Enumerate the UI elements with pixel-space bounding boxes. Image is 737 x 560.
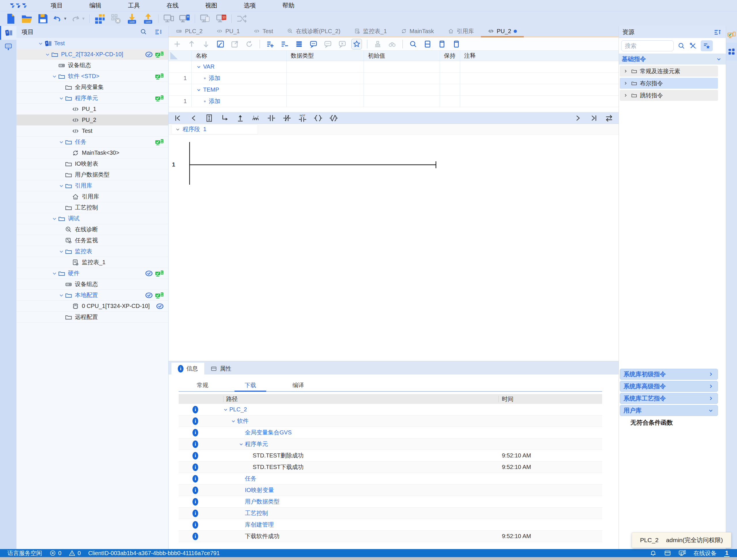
tree-item-debug[interactable]: 调试 xyxy=(16,213,168,224)
chevron-down-icon[interactable] xyxy=(58,248,65,255)
coil-negated-icon[interactable] xyxy=(329,114,338,122)
menu-tools[interactable]: 工具 xyxy=(115,1,153,10)
menu-project[interactable]: 项目 xyxy=(37,1,76,10)
ladder-editor[interactable]: 程序段 1 1 xyxy=(169,124,619,361)
stop-simulation-icon[interactable]: 10 xyxy=(215,13,227,24)
delete-row-icon[interactable] xyxy=(281,40,289,48)
chevron-down-icon[interactable] xyxy=(51,73,58,80)
tree-item-hardware[interactable]: 硬件 xyxy=(16,268,168,279)
tree-item-maintask[interactable]: MainTask<30> xyxy=(16,147,168,158)
undo-icon[interactable] xyxy=(53,13,62,24)
tree-item-software[interactable]: 软件 <STD> xyxy=(16,71,168,82)
tree-item-task-monitor[interactable]: 任务监视 xyxy=(16,235,168,246)
coil-w-icon[interactable] xyxy=(252,114,260,122)
comment-icon[interactable] xyxy=(309,40,318,48)
resource-grid-button[interactable] xyxy=(726,43,737,60)
tree-item-io-map[interactable]: IO映射表 xyxy=(16,158,168,169)
chevron-down-icon[interactable] xyxy=(58,182,65,189)
window-icon[interactable] xyxy=(664,550,671,557)
chevron-down-icon[interactable] xyxy=(44,51,51,58)
chevron-right-icon[interactable] xyxy=(623,80,628,86)
log-row[interactable]: i 任务 xyxy=(179,473,602,485)
tree-item-local-config[interactable]: 本地配置 xyxy=(16,290,168,301)
chevron-down-icon[interactable] xyxy=(196,87,202,93)
column-retain[interactable]: 保持 xyxy=(440,51,460,61)
column-name[interactable]: 名称 xyxy=(192,51,287,61)
menu-edit[interactable]: 编辑 xyxy=(76,1,115,10)
monitor-offline-icon[interactable] xyxy=(162,13,175,24)
log-path[interactable]: 全局变量集合GVS xyxy=(245,429,292,436)
split-horizontal-icon[interactable] xyxy=(424,40,432,48)
log-row[interactable]: i 软件 xyxy=(179,415,602,427)
log-row[interactable]: i 库创建管理 xyxy=(179,519,602,531)
online-device-icon[interactable] xyxy=(679,549,686,557)
move-up-icon[interactable] xyxy=(188,40,196,48)
menu-help[interactable]: 帮助 xyxy=(269,1,308,10)
undo-dropdown-icon[interactable]: ▼ xyxy=(63,16,67,21)
column-comment[interactable]: 注释 xyxy=(460,51,619,61)
pane-left-icon[interactable] xyxy=(438,40,446,48)
favorites-filter-button[interactable] xyxy=(701,40,713,51)
swap-view-icon[interactable] xyxy=(605,114,613,122)
tree-item-test-pou[interactable]: Test xyxy=(16,126,168,137)
go-next-icon[interactable] xyxy=(574,114,582,122)
redo-dropdown-icon[interactable]: ▼ xyxy=(82,16,85,21)
tree-item-reference-libs[interactable]: 引用库 xyxy=(16,180,168,191)
tab-reference-lib[interactable]: 引用库 xyxy=(441,26,481,36)
bell-icon[interactable] xyxy=(650,550,657,557)
empty-element-icon[interactable] xyxy=(205,114,213,122)
upload-from-device-icon[interactable]: 1100 xyxy=(142,13,154,24)
search-icon[interactable] xyxy=(140,28,147,35)
go-first-icon[interactable] xyxy=(174,114,182,122)
edit-icon[interactable] xyxy=(216,40,224,48)
comment-edit-icon[interactable] xyxy=(324,40,332,48)
ladder-rung[interactable] xyxy=(169,135,457,204)
activity-project-explorer[interactable] xyxy=(0,26,16,40)
section-system-lib-advanced[interactable]: 系统库高级指令 xyxy=(620,381,718,392)
favorite-icon[interactable] xyxy=(353,40,361,48)
temp-group-row[interactable]: TEMP xyxy=(169,84,619,96)
log-row[interactable]: i 工艺控制 xyxy=(179,508,602,519)
row-list-icon[interactable] xyxy=(295,40,303,48)
online-device-button[interactable] xyxy=(726,28,737,43)
instruction-group-boolean[interactable]: 布尔指令 xyxy=(620,78,718,89)
chevron-down-icon[interactable] xyxy=(58,95,65,102)
chevron-down-icon[interactable] xyxy=(37,40,44,47)
tree-item-remote-config[interactable]: 远程配置 xyxy=(16,312,168,323)
tab-pu2[interactable]: PU_2 xyxy=(481,26,524,36)
log-row[interactable]: i STD.TEST删除成功 9:52:10 AM xyxy=(179,450,602,461)
zoom-icon[interactable] xyxy=(409,40,417,48)
tree-item-pu2[interactable]: PU_2 xyxy=(16,115,168,126)
add-variable-link[interactable]: 添加 xyxy=(209,97,220,105)
tab-pu1[interactable]: PU_1 xyxy=(209,26,247,36)
tab-maintask[interactable]: MainTask xyxy=(394,26,441,36)
log-row[interactable]: i 下载软件成功 9:52:10 AM xyxy=(179,531,602,542)
column-datatype[interactable]: 数据类型 xyxy=(287,51,364,61)
tree-item-online-diagnosis[interactable]: 在线诊断 xyxy=(16,224,168,235)
redo-icon[interactable] xyxy=(71,13,80,24)
add-variable-icon[interactable] xyxy=(173,40,181,48)
chevron-right-icon[interactable] xyxy=(623,92,628,98)
refresh-icon[interactable] xyxy=(245,40,253,48)
log-row[interactable]: i 全局变量集合GVS xyxy=(179,427,602,438)
rebuild-all-icon[interactable] xyxy=(110,13,122,24)
pane-right-icon[interactable] xyxy=(452,40,460,48)
subtab-general[interactable]: 常规 xyxy=(179,379,226,391)
menu-online[interactable]: 在线 xyxy=(153,1,192,10)
temp-add-row[interactable]: 1 •添加 xyxy=(169,96,619,107)
activity-device-network[interactable] xyxy=(0,40,16,54)
tree-item-test-project[interactable]: Test xyxy=(16,38,168,49)
tab-plc2[interactable]: PLC_2 xyxy=(169,26,209,36)
download-to-device-icon[interactable]: 1100 xyxy=(126,13,138,24)
chevron-down-icon[interactable] xyxy=(175,126,181,133)
log-path[interactable]: 工艺控制 xyxy=(245,509,268,517)
tree-item-cpu1[interactable]: 0 CPU_1[T324-XP-CD-10] xyxy=(16,301,168,312)
menu-view[interactable]: 视图 xyxy=(192,1,230,10)
insert-network-icon[interactable] xyxy=(236,114,245,122)
section-system-lib-basic[interactable]: 系统库初级指令 xyxy=(620,369,718,380)
tree-item-plc2[interactable]: PLC_2[T324-XP-CD-10] xyxy=(16,49,168,60)
chevron-down-icon[interactable] xyxy=(58,139,65,145)
online-device-count[interactable]: 1 xyxy=(724,550,730,557)
coil-icon[interactable] xyxy=(314,114,322,122)
log-row[interactable]: i PLC_2 xyxy=(179,404,602,415)
